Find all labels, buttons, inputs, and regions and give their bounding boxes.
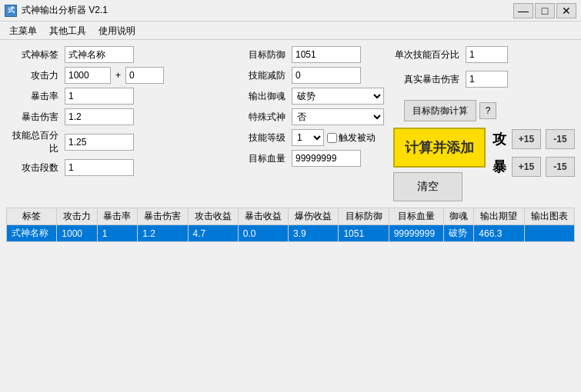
table-cell	[524, 225, 574, 242]
calc-defense-button[interactable]: 目标防御计算	[404, 100, 476, 121]
menu-help[interactable]: 使用说明	[92, 23, 142, 38]
table-header-cell: 攻击收益	[188, 208, 238, 225]
attack-segments-input[interactable]	[65, 159, 134, 176]
atk-minus15-button[interactable]: -15	[546, 129, 575, 149]
real-crit-damage-input[interactable]	[466, 71, 508, 88]
real-crit-damage-text: 真实暴击伤害	[393, 73, 462, 86]
target-hp-text: 目标血量	[233, 152, 289, 165]
menu-main[interactable]: 主菜单	[3, 23, 43, 38]
question-button[interactable]: ?	[479, 102, 496, 119]
table-row[interactable]: 式神名称100011.24.70.03.9105199999999破势466.3	[7, 225, 575, 242]
atk-label: 攻	[492, 130, 507, 148]
output-seal-group: 输出御魂 破势 守护 攻击	[233, 88, 387, 105]
skill-total-pct-text: 技能总百分比	[6, 129, 62, 155]
target-hp-group: 目标血量	[233, 150, 387, 167]
table-cell: 1.2	[138, 225, 188, 242]
table-header-cell: 输出图表	[524, 208, 574, 225]
clear-button[interactable]: 清空	[393, 172, 462, 201]
crit-damage-group: 暴击伤害	[6, 108, 227, 125]
attack-power-group: 攻击力 +	[6, 67, 227, 84]
table-header-cell: 输出期望	[474, 208, 524, 225]
output-seal-select[interactable]: 破势 守护 攻击	[292, 88, 384, 105]
table-cell: 1	[97, 225, 137, 242]
skill-total-pct-group: 技能总百分比	[6, 129, 227, 155]
table-cell: 破势	[443, 225, 474, 242]
main-content: 式神标签 攻击力 + 暴击率 暴击伤害 技能总百分比 攻击段数	[0, 40, 581, 208]
table-header-cell: 御魂	[443, 208, 474, 225]
atk-plus15-button[interactable]: +15	[512, 129, 541, 149]
real-crit-damage-group: 真实暴击伤害	[393, 71, 575, 88]
skill-level-text: 技能等级	[233, 131, 289, 145]
calc-add-button[interactable]: 计算并添加	[393, 128, 486, 168]
crit-label: 暴	[492, 158, 507, 176]
single-skill-pct-text: 单次技能百分比	[393, 48, 462, 61]
close-button[interactable]: ✕	[556, 3, 576, 18]
skill-level-row: 12345 触发被动	[292, 129, 376, 146]
table-header-cell: 目标血量	[389, 208, 443, 225]
right-area: 单次技能百分比 真实暴击伤害 目标防御计算 ? 计算并添加 清空	[393, 46, 575, 201]
crit-row: 暴 +15 -15	[492, 157, 575, 177]
mid-panel: 目标防御 技能减防 输出御魂 破势 守护 攻击 特殊式神 否 是 技能等级	[233, 46, 387, 201]
shikigami-label-text: 式神标签	[6, 48, 62, 61]
attack-power-input[interactable]	[65, 67, 111, 84]
single-skill-pct-input[interactable]	[466, 46, 508, 63]
trigger-passive-text: 触发被动	[339, 131, 376, 145]
trigger-passive-checkbox[interactable]	[327, 133, 337, 143]
single-skill-pct-group: 单次技能百分比	[393, 46, 575, 63]
table-header-cell: 暴击伤害	[138, 208, 188, 225]
table-header-cell: 暴击率	[97, 208, 137, 225]
crit-damage-input[interactable]	[65, 108, 134, 125]
menu-tools[interactable]: 其他工具	[43, 23, 92, 38]
target-defense-text: 目标防御	[233, 48, 289, 61]
table-cell: 99999999	[389, 225, 443, 242]
special-shikigami-text: 特殊式神	[233, 111, 289, 124]
table-header-cell: 攻击力	[57, 208, 97, 225]
target-hp-input[interactable]	[292, 150, 361, 167]
title-bar: 式 式神输出分析器 V2.1 — □ ✕	[0, 0, 581, 22]
attack-bonus-input[interactable]	[125, 67, 164, 84]
crit-rate-text: 暴击率	[6, 90, 62, 103]
table-cell: 466.3	[474, 225, 524, 242]
table-header: 标签攻击力暴击率暴击伤害攻击收益暴击收益爆伤收益目标防御目标血量御魂输出期望输出…	[7, 208, 575, 225]
table-header-cell: 标签	[7, 208, 57, 225]
skill-defense-reduce-text: 技能减防	[233, 69, 289, 82]
trigger-passive-label: 触发被动	[327, 131, 376, 145]
special-shikigami-group: 特殊式神 否 是	[233, 108, 387, 125]
skill-level-group: 技能等级 12345 触发被动	[233, 129, 387, 146]
right-top-panel: 单次技能百分比 真实暴击伤害 目标防御计算 ?	[393, 46, 575, 121]
calc-defense-row: 目标防御计算 ?	[393, 100, 575, 121]
big-buttons-area: 计算并添加 清空	[393, 128, 486, 201]
minimize-button[interactable]: —	[513, 3, 533, 18]
target-defense-group: 目标防御	[233, 46, 387, 63]
menu-bar: 主菜单 其他工具 使用说明	[0, 22, 581, 40]
attack-segments-group: 攻击段数	[6, 159, 227, 176]
skill-total-pct-input[interactable]	[65, 134, 134, 151]
skill-defense-reduce-group: 技能减防	[233, 67, 387, 84]
crit-damage-text: 暴击伤害	[6, 111, 62, 124]
shikigami-label-input[interactable]	[65, 46, 134, 63]
table-header-cell: 爆伤收益	[289, 208, 339, 225]
special-shikigami-select[interactable]: 否 是	[292, 108, 384, 125]
atk-crit-big-area: 计算并添加 清空 攻 +15 -15 暴 +15 -15	[393, 128, 575, 201]
bottom-section: 标签攻击力暴击率暴击伤害攻击收益暴击收益爆伤收益目标防御目标血量御魂输出期望输出…	[0, 208, 581, 248]
app-icon: 式	[5, 5, 17, 17]
title-left: 式 式神输出分析器 V2.1	[5, 4, 108, 17]
maximize-button[interactable]: □	[535, 3, 555, 18]
table-body: 式神名称100011.24.70.03.9105199999999破势466.3	[7, 225, 575, 242]
skill-defense-reduce-input[interactable]	[292, 67, 361, 84]
data-table: 标签攻击力暴击率暴击伤害攻击收益暴击收益爆伤收益目标防御目标血量御魂输出期望输出…	[6, 208, 575, 242]
table-cell: 0.0	[238, 225, 288, 242]
crit-rate-input[interactable]	[65, 88, 134, 105]
target-defense-input[interactable]	[292, 46, 361, 63]
plus-sign: +	[114, 70, 122, 81]
table-cell: 3.9	[289, 225, 339, 242]
attack-power-text: 攻击力	[6, 69, 62, 82]
crit-plus15-button[interactable]: +15	[512, 157, 541, 177]
atk-row: 攻 +15 -15	[492, 129, 575, 149]
skill-level-select[interactable]: 12345	[292, 129, 324, 146]
crit-minus15-button[interactable]: -15	[546, 157, 575, 177]
table-cell: 1051	[339, 225, 389, 242]
table-cell: 4.7	[188, 225, 238, 242]
left-panel: 式神标签 攻击力 + 暴击率 暴击伤害 技能总百分比 攻击段数	[6, 46, 227, 201]
shikigami-label-group: 式神标签	[6, 46, 227, 63]
